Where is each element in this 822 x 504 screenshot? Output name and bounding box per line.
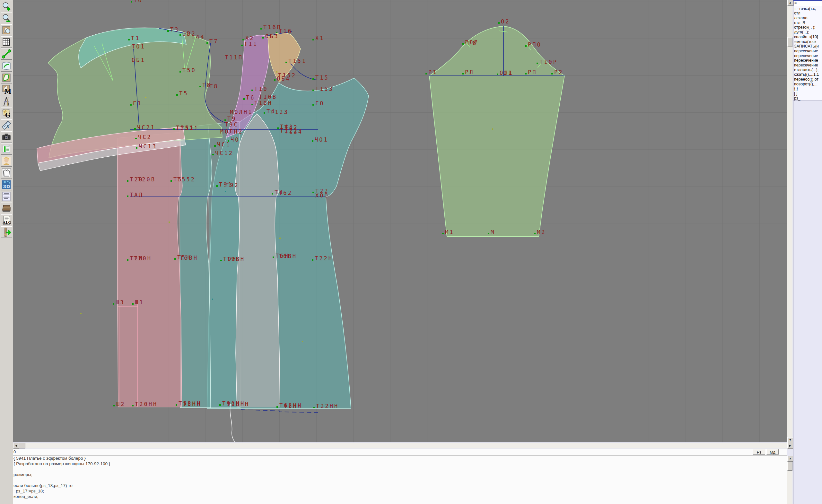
canvas-hscrollbar[interactable]: ◀ ▶ — [13, 443, 792, 449]
pattern-drawing[interactable]: ТОТ1ТО1Т3ОВ2Т44Т7Т11ПОБ1Т50Т8Т8Т5Г1Т16ПТ… — [13, 0, 787, 442]
pattern-point[interactable] — [113, 303, 114, 305]
pattern-point[interactable] — [536, 63, 538, 64]
function-list-item[interactable]: лекало — [793, 16, 822, 21]
scroll-down-icon[interactable]: ▼ — [787, 437, 793, 443]
editor-line[interactable] — [13, 466, 787, 472]
pattern-point[interactable] — [551, 73, 553, 74]
editor-line[interactable]: { Разработано на размер женщины 170-92-1… — [13, 461, 787, 466]
pattern-point[interactable] — [173, 128, 175, 130]
pattern-point[interactable] — [127, 259, 128, 261]
function-list-item[interactable]: отрезок( , ); — [793, 25, 822, 30]
pattern-point[interactable] — [462, 43, 464, 45]
function-list-item[interactable]: пересечение — [793, 63, 822, 68]
pattern-point[interactable] — [525, 73, 526, 74]
pattern-point[interactable] — [286, 62, 287, 63]
pattern-point[interactable] — [261, 28, 262, 30]
editor-line[interactable]: размеры; — [13, 472, 787, 477]
scroll-right-icon[interactable]: ▶ — [787, 443, 793, 449]
pattern-point[interactable] — [113, 405, 115, 406]
pattern-point[interactable] — [262, 37, 264, 38]
measure-segment-icon[interactable] — [1, 48, 12, 60]
pattern-point[interactable] — [176, 94, 178, 96]
editor-line[interactable] — [13, 477, 787, 483]
function-list-item[interactable]: рз_ — [793, 96, 822, 101]
pattern-point[interactable] — [179, 71, 181, 73]
pattern-point[interactable] — [442, 233, 444, 234]
pattern-point[interactable] — [170, 180, 172, 182]
function-list-item[interactable]: { } — [793, 86, 822, 91]
pattern-point[interactable] — [274, 79, 276, 81]
pattern-point[interactable] — [216, 185, 218, 187]
pattern-point[interactable] — [462, 73, 464, 74]
function-list-item[interactable]: т.=точка(т.х, — [793, 6, 822, 11]
pattern-point[interactable] — [498, 22, 500, 24]
three-d-view-icon[interactable]: 3D — [1, 179, 12, 190]
algorithm-icon[interactable]: ALG — [1, 214, 12, 226]
pattern-point[interactable] — [127, 180, 128, 182]
canvas-vscrollbar[interactable]: ▲ ▼ — [787, 0, 792, 442]
size-table-icon[interactable] — [1, 143, 12, 155]
pattern-piece-icon[interactable] — [1, 72, 12, 83]
pattern-point[interactable] — [220, 260, 222, 261]
ruler-icon[interactable]: 8 — [1, 119, 12, 131]
function-list-item[interactable]: пересечение — [793, 49, 822, 54]
pattern-point[interactable] — [128, 39, 130, 40]
function-list-item[interactable]: пересечение — [793, 58, 822, 63]
pattern-point[interactable] — [225, 119, 226, 121]
piece-skirt-front[interactable] — [117, 132, 182, 407]
pattern-point[interactable] — [131, 1, 132, 3]
pattern-point[interactable] — [534, 233, 535, 234]
pattern-point[interactable] — [207, 42, 208, 44]
zoom-out-icon[interactable] — [1, 13, 12, 24]
zoom-in-icon[interactable] — [1, 1, 12, 12]
pattern-point[interactable] — [272, 193, 273, 194]
pattern-point[interactable] — [313, 90, 314, 91]
pattern-point[interactable] — [313, 78, 314, 80]
pattern-point[interactable] — [199, 86, 201, 87]
pattern-point[interactable] — [212, 154, 214, 155]
pattern-point[interactable] — [313, 192, 314, 193]
pattern-point[interactable] — [313, 104, 314, 106]
pattern-point[interactable] — [134, 128, 136, 130]
function-list-item[interactable]: отложить(...); — [793, 68, 822, 73]
function-list-item[interactable]: дуга(,,,); — [793, 30, 822, 35]
pattern-point[interactable] — [167, 30, 169, 32]
garment-sketch-icon[interactable] — [1, 167, 12, 178]
pattern-point[interactable] — [219, 404, 221, 406]
pattern-point[interactable] — [525, 45, 526, 47]
piece-skirt-panel-a[interactable] — [180, 124, 212, 408]
grid-icon[interactable] — [1, 36, 12, 48]
pattern-point[interactable] — [174, 258, 176, 260]
exit-icon[interactable] — [1, 226, 12, 238]
function-list-item[interactable]: ЗАПИСАТЬ(и — [793, 44, 822, 49]
sketch-image-icon[interactable] — [1, 60, 12, 72]
pattern-preview-icon[interactable] — [1, 24, 12, 36]
pattern-point[interactable] — [175, 404, 177, 406]
function-list-item[interactable]: поворот((),... — [793, 82, 822, 87]
pattern-point[interactable] — [243, 98, 245, 100]
m-document-icon[interactable]: M — [1, 84, 12, 95]
pattern-point[interactable] — [313, 407, 315, 408]
function-list[interactable]: =т.=точка(т.х,отллекалоотл_Вотрезок( , )… — [793, 1, 822, 101]
pattern-point[interactable] — [277, 406, 278, 408]
canvas-vscroll-thumb[interactable] — [787, 37, 792, 47]
function-list-item[interactable]: перенос((),от — [793, 77, 822, 82]
editor-scroll-up-icon[interactable]: ▲ — [787, 456, 793, 462]
function-list-item[interactable]: =метка(точк — [793, 39, 822, 44]
pattern-point[interactable] — [264, 112, 265, 114]
pattern-point[interactable] — [277, 127, 279, 129]
editor-line[interactable]: конец_если; — [13, 494, 787, 499]
pattern-canvas[interactable]: ТОТ1ТО1Т3ОВ2Т44Т7Т11ПОБ1Т50Т8Т8Т5Г1Т16ПТ… — [13, 0, 787, 442]
pattern-point[interactable] — [214, 145, 216, 147]
g-document-icon[interactable]: G — [1, 107, 12, 119]
pattern-point[interactable] — [488, 233, 489, 234]
function-list-item[interactable]: отл_В — [793, 21, 822, 25]
pattern-point[interactable] — [243, 39, 244, 40]
pattern-point[interactable] — [425, 73, 427, 74]
function-list-item[interactable]: пересечение — [793, 54, 822, 58]
function-list-item[interactable]: сжать((),...1.1 — [793, 72, 822, 77]
pattern-point[interactable] — [273, 257, 274, 258]
pattern-point[interactable] — [132, 405, 133, 406]
canvas-hscroll-thumb[interactable] — [19, 443, 25, 449]
camera-icon[interactable] — [1, 131, 12, 143]
